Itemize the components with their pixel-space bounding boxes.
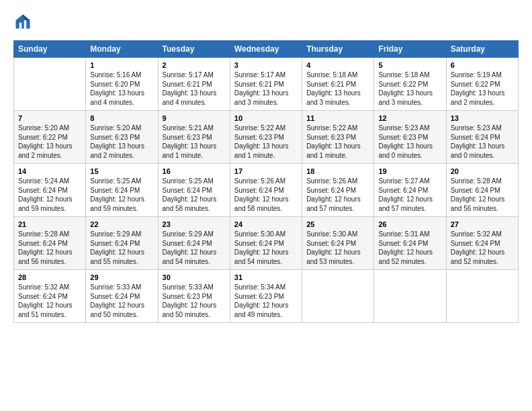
day-info: Sunrise: 5:17 AM Sunset: 6:21 PM Dayligh… — [163, 71, 226, 107]
day-info: Sunrise: 5:21 AM Sunset: 6:23 PM Dayligh… — [163, 124, 226, 160]
calendar-cell: 16Sunrise: 5:25 AM Sunset: 6:24 PM Dayli… — [158, 164, 230, 217]
calendar-cell: 17Sunrise: 5:26 AM Sunset: 6:24 PM Dayli… — [230, 164, 302, 217]
day-number: 27 — [451, 220, 514, 228]
calendar-cell: 31Sunrise: 5:34 AM Sunset: 6:23 PM Dayli… — [230, 270, 302, 323]
calendar-cell: 19Sunrise: 5:27 AM Sunset: 6:24 PM Dayli… — [374, 164, 446, 217]
logo-icon — [13, 12, 32, 31]
calendar-cell: 18Sunrise: 5:26 AM Sunset: 6:24 PM Dayli… — [302, 164, 374, 217]
page: SundayMondayTuesdayWednesdayThursdayFrid… — [0, 0, 532, 330]
svg-rect-3 — [24, 20, 27, 28]
day-info: Sunrise: 5:20 AM Sunset: 6:23 PM Dayligh… — [90, 124, 153, 160]
header-day-wednesday: Wednesday — [230, 41, 302, 58]
logo — [13, 12, 35, 31]
day-info: Sunrise: 5:31 AM Sunset: 6:24 PM Dayligh… — [378, 230, 441, 266]
calendar-cell — [374, 270, 446, 323]
calendar-cell: 6Sunrise: 5:19 AM Sunset: 6:22 PM Daylig… — [446, 58, 518, 111]
day-number: 13 — [451, 114, 514, 122]
day-number: 12 — [378, 114, 441, 122]
header-day-monday: Monday — [86, 41, 158, 58]
day-number: 23 — [163, 220, 226, 228]
calendar-cell: 9Sunrise: 5:21 AM Sunset: 6:23 PM Daylig… — [158, 111, 230, 164]
header-day-saturday: Saturday — [446, 41, 518, 58]
day-number: 28 — [18, 273, 81, 281]
day-number: 11 — [306, 114, 369, 122]
day-info: Sunrise: 5:23 AM Sunset: 6:23 PM Dayligh… — [378, 124, 441, 160]
day-number: 6 — [451, 61, 514, 69]
header-day-thursday: Thursday — [302, 41, 374, 58]
day-number: 30 — [163, 273, 226, 281]
calendar-cell: 21Sunrise: 5:28 AM Sunset: 6:24 PM Dayli… — [14, 217, 86, 270]
day-number: 20 — [451, 167, 514, 175]
day-info: Sunrise: 5:30 AM Sunset: 6:24 PM Dayligh… — [306, 230, 369, 266]
calendar-cell: 1Sunrise: 5:16 AM Sunset: 6:20 PM Daylig… — [86, 58, 158, 111]
day-info: Sunrise: 5:23 AM Sunset: 6:24 PM Dayligh… — [451, 124, 514, 160]
day-number: 29 — [90, 273, 153, 281]
day-number: 14 — [18, 167, 81, 175]
header-day-friday: Friday — [374, 41, 446, 58]
day-info: Sunrise: 5:18 AM Sunset: 6:22 PM Dayligh… — [378, 71, 441, 107]
day-info: Sunrise: 5:30 AM Sunset: 6:24 PM Dayligh… — [234, 230, 298, 266]
day-number: 4 — [306, 61, 369, 69]
calendar-cell: 5Sunrise: 5:18 AM Sunset: 6:22 PM Daylig… — [374, 58, 446, 111]
calendar-cell: 7Sunrise: 5:20 AM Sunset: 6:22 PM Daylig… — [14, 111, 86, 164]
day-info: Sunrise: 5:27 AM Sunset: 6:24 PM Dayligh… — [378, 177, 441, 213]
day-number: 31 — [234, 273, 298, 281]
day-info: Sunrise: 5:26 AM Sunset: 6:24 PM Dayligh… — [306, 177, 369, 213]
calendar-cell: 12Sunrise: 5:23 AM Sunset: 6:23 PM Dayli… — [374, 111, 446, 164]
calendar-cell: 11Sunrise: 5:22 AM Sunset: 6:23 PM Dayli… — [302, 111, 374, 164]
header-day-tuesday: Tuesday — [158, 41, 230, 58]
day-info: Sunrise: 5:19 AM Sunset: 6:22 PM Dayligh… — [451, 71, 514, 107]
week-row-3: 14Sunrise: 5:24 AM Sunset: 6:24 PM Dayli… — [14, 164, 519, 217]
day-number: 1 — [90, 61, 153, 69]
day-info: Sunrise: 5:25 AM Sunset: 6:24 PM Dayligh… — [90, 177, 153, 213]
calendar-cell: 15Sunrise: 5:25 AM Sunset: 6:24 PM Dayli… — [86, 164, 158, 217]
day-info: Sunrise: 5:34 AM Sunset: 6:23 PM Dayligh… — [234, 283, 298, 319]
calendar-cell: 29Sunrise: 5:33 AM Sunset: 6:24 PM Dayli… — [86, 270, 158, 323]
day-number: 8 — [90, 114, 153, 122]
calendar-cell: 27Sunrise: 5:32 AM Sunset: 6:24 PM Dayli… — [446, 217, 518, 270]
svg-rect-2 — [19, 23, 22, 29]
calendar-cell: 22Sunrise: 5:29 AM Sunset: 6:24 PM Dayli… — [86, 217, 158, 270]
day-info: Sunrise: 5:33 AM Sunset: 6:23 PM Dayligh… — [163, 283, 226, 319]
calendar-cell — [446, 270, 518, 323]
day-info: Sunrise: 5:22 AM Sunset: 6:23 PM Dayligh… — [234, 124, 298, 160]
calendar-cell: 28Sunrise: 5:32 AM Sunset: 6:24 PM Dayli… — [14, 270, 86, 323]
calendar-cell — [14, 58, 86, 111]
day-info: Sunrise: 5:18 AM Sunset: 6:21 PM Dayligh… — [306, 71, 369, 107]
calendar-cell: 8Sunrise: 5:20 AM Sunset: 6:23 PM Daylig… — [86, 111, 158, 164]
day-info: Sunrise: 5:20 AM Sunset: 6:22 PM Dayligh… — [18, 124, 81, 160]
day-info: Sunrise: 5:22 AM Sunset: 6:23 PM Dayligh… — [306, 124, 369, 160]
day-number: 17 — [234, 167, 298, 175]
week-row-2: 7Sunrise: 5:20 AM Sunset: 6:22 PM Daylig… — [14, 111, 519, 164]
calendar-cell: 20Sunrise: 5:28 AM Sunset: 6:24 PM Dayli… — [446, 164, 518, 217]
header-day-sunday: Sunday — [14, 41, 86, 58]
day-info: Sunrise: 5:25 AM Sunset: 6:24 PM Dayligh… — [163, 177, 226, 213]
day-info: Sunrise: 5:24 AM Sunset: 6:24 PM Dayligh… — [18, 177, 81, 213]
calendar-cell: 30Sunrise: 5:33 AM Sunset: 6:23 PM Dayli… — [158, 270, 230, 323]
day-number: 18 — [306, 167, 369, 175]
calendar-cell: 24Sunrise: 5:30 AM Sunset: 6:24 PM Dayli… — [230, 217, 302, 270]
week-row-5: 28Sunrise: 5:32 AM Sunset: 6:24 PM Dayli… — [14, 270, 519, 323]
day-number: 19 — [378, 167, 441, 175]
calendar-cell: 25Sunrise: 5:30 AM Sunset: 6:24 PM Dayli… — [302, 217, 374, 270]
day-info: Sunrise: 5:16 AM Sunset: 6:20 PM Dayligh… — [90, 71, 153, 107]
day-number: 26 — [378, 220, 441, 228]
day-number: 2 — [163, 61, 226, 69]
week-row-4: 21Sunrise: 5:28 AM Sunset: 6:24 PM Dayli… — [14, 217, 519, 270]
header-row: SundayMondayTuesdayWednesdayThursdayFrid… — [14, 41, 519, 58]
day-info: Sunrise: 5:29 AM Sunset: 6:24 PM Dayligh… — [90, 230, 153, 266]
calendar-cell: 4Sunrise: 5:18 AM Sunset: 6:21 PM Daylig… — [302, 58, 374, 111]
day-number: 10 — [234, 114, 298, 122]
calendar-cell: 10Sunrise: 5:22 AM Sunset: 6:23 PM Dayli… — [230, 111, 302, 164]
day-number: 7 — [18, 114, 81, 122]
calendar-cell: 3Sunrise: 5:17 AM Sunset: 6:21 PM Daylig… — [230, 58, 302, 111]
day-info: Sunrise: 5:32 AM Sunset: 6:24 PM Dayligh… — [451, 230, 514, 266]
day-info: Sunrise: 5:32 AM Sunset: 6:24 PM Dayligh… — [18, 283, 81, 319]
day-info: Sunrise: 5:33 AM Sunset: 6:24 PM Dayligh… — [90, 283, 153, 319]
day-info: Sunrise: 5:28 AM Sunset: 6:24 PM Dayligh… — [451, 177, 514, 213]
day-number: 25 — [306, 220, 369, 228]
calendar-table: SundayMondayTuesdayWednesdayThursdayFrid… — [13, 40, 519, 323]
calendar-cell — [302, 270, 374, 323]
calendar-cell: 2Sunrise: 5:17 AM Sunset: 6:21 PM Daylig… — [158, 58, 230, 111]
day-info: Sunrise: 5:17 AM Sunset: 6:21 PM Dayligh… — [234, 71, 298, 107]
